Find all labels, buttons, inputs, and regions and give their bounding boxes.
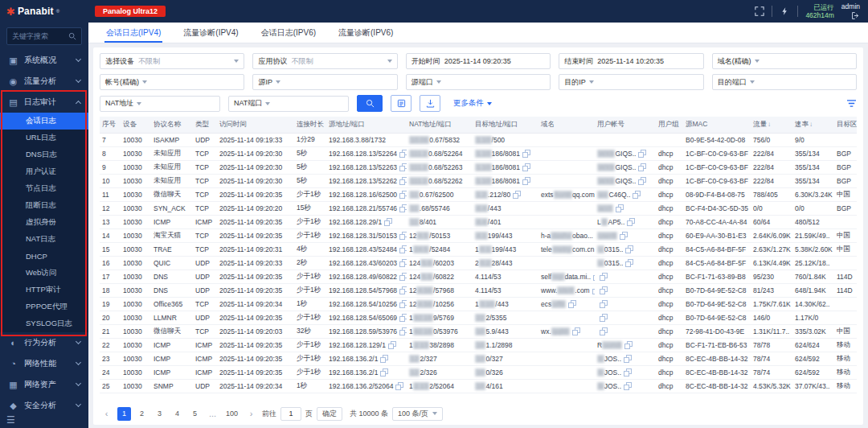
column-header-10[interactable]: 用户帐号 <box>595 117 656 133</box>
filter-field-0-3[interactable]: 结束时间2025-11-14 10:20:35 <box>559 53 703 69</box>
copy-icon[interactable] <box>638 177 645 184</box>
copy-icon[interactable] <box>399 314 407 321</box>
copy-icon[interactable] <box>399 150 407 157</box>
column-header-0[interactable]: 序号 <box>100 117 121 133</box>
copy-icon[interactable] <box>399 300 407 307</box>
collapse-menu-icon[interactable]: ☰ <box>6 414 15 426</box>
submenu-item-12[interactable]: SYSLOG日志 <box>0 315 88 332</box>
column-header-6[interactable]: 源地址/端口 <box>326 117 407 133</box>
filter-field-1-2[interactable]: 源端口 <box>406 74 551 90</box>
copy-icon[interactable] <box>399 327 407 335</box>
copy-icon[interactable] <box>399 163 407 171</box>
copy-icon[interactable] <box>625 259 633 266</box>
page-button-100[interactable]: 100 <box>223 407 240 421</box>
copy-icon[interactable] <box>568 300 575 307</box>
tab-2[interactable]: 会话日志(IPV6) <box>252 23 326 43</box>
copy-icon[interactable] <box>624 382 631 389</box>
copy-icon[interactable] <box>592 286 595 294</box>
submenu-item-1[interactable]: URL日志 <box>0 130 88 146</box>
column-header-1[interactable]: 设备 <box>121 117 151 133</box>
submenu-item-7[interactable]: NAT日志 <box>0 231 88 248</box>
page-button-5[interactable]: 5 <box>188 407 202 421</box>
column-header-4[interactable]: 访问时间 <box>217 117 294 133</box>
column-header-13[interactable]: 流量↓ <box>751 117 792 133</box>
sidebar-item-4[interactable]: ◔网络性能 <box>0 353 88 374</box>
submenu-item-4[interactable]: 节点日志 <box>0 180 88 197</box>
copy-icon[interactable] <box>388 341 395 348</box>
export-button[interactable] <box>391 95 411 112</box>
copy-icon[interactable] <box>522 177 530 184</box>
column-header-11[interactable]: 用户组 <box>656 117 683 133</box>
page-button-2[interactable]: 2 <box>135 407 149 421</box>
submenu-item-11[interactable]: PPPOE代理 <box>0 298 88 315</box>
copy-icon[interactable] <box>399 177 407 184</box>
per-page-select[interactable]: 100 条/页 <box>392 407 443 421</box>
filter-field-0-1[interactable]: 应用协议不限制 <box>252 53 397 69</box>
copy-icon[interactable] <box>600 286 607 294</box>
copy-icon[interactable] <box>624 368 631 376</box>
prev-page-button[interactable]: ‹ <box>100 407 113 421</box>
page-button-1[interactable]: 1 <box>117 407 131 421</box>
sidebar-item-6[interactable]: ◆安全分析 <box>0 395 88 416</box>
copy-icon[interactable] <box>399 191 407 198</box>
filter-field-1-0[interactable]: 帐号(精确) <box>100 74 244 90</box>
tab-3[interactable]: 流量诊断(IPV6) <box>329 23 403 43</box>
copy-icon[interactable] <box>600 314 607 321</box>
column-header-3[interactable]: 类型 <box>193 117 217 133</box>
filter-field-1-4[interactable]: 目的端口 <box>712 74 857 90</box>
copy-icon[interactable] <box>625 245 633 253</box>
filter-field-0-2[interactable]: 开始时间2025-11-14 09:20:35 <box>406 53 551 69</box>
copy-icon[interactable] <box>600 327 607 335</box>
column-header-14[interactable]: 速率↓ <box>792 117 834 133</box>
more-conditions-link[interactable]: 更多条件 <box>453 98 492 109</box>
copy-icon[interactable] <box>399 286 407 294</box>
filter-field-2-1[interactable]: NAT端口 <box>228 96 349 112</box>
column-header-15[interactable]: 目标区域 <box>834 117 857 133</box>
column-header-12[interactable]: 源MAC <box>683 117 751 133</box>
session-log-table-wrap[interactable]: 序号设备协议名称类型访问时间连接时长源地址/端口NAT地址/端口目标地址/端口域… <box>100 117 857 402</box>
column-header-5[interactable]: 连接时长 <box>294 117 326 133</box>
copy-icon[interactable] <box>633 191 640 198</box>
copy-icon[interactable] <box>627 218 634 225</box>
sidebar-item-5[interactable]: ▦网络资产 <box>0 374 88 395</box>
submenu-item-6[interactable]: 虚拟身份 <box>0 214 88 231</box>
page-button-3[interactable]: 3 <box>153 407 166 421</box>
copy-icon[interactable] <box>624 355 631 362</box>
submenu-item-2[interactable]: DNS日志 <box>0 146 88 163</box>
submenu-item-8[interactable]: DHCP <box>0 248 88 265</box>
column-header-7[interactable]: NAT地址/端口 <box>407 117 473 133</box>
copy-icon[interactable] <box>513 191 520 198</box>
sort-icon[interactable]: ↓ <box>768 121 771 128</box>
logout-icon[interactable] <box>851 11 860 20</box>
copy-icon[interactable] <box>522 163 530 171</box>
tab-1[interactable]: 流量诊断(IPV4) <box>174 23 248 43</box>
submenu-item-5[interactable]: 阻断日志 <box>0 197 88 214</box>
confirm-button[interactable]: 确定 <box>317 407 342 421</box>
copy-icon[interactable] <box>399 204 407 212</box>
copy-icon[interactable] <box>620 232 627 239</box>
copy-icon[interactable] <box>600 300 607 307</box>
page-button-4[interactable]: 4 <box>170 407 184 421</box>
copy-icon[interactable] <box>399 259 407 266</box>
filter-field-1-3[interactable]: 目的IP <box>559 74 703 90</box>
next-page-button[interactable]: › <box>244 407 258 421</box>
download-button[interactable] <box>420 95 440 112</box>
copy-icon[interactable] <box>624 341 632 348</box>
copy-icon[interactable] <box>522 150 530 157</box>
submenu-item-0[interactable]: 会话日志 <box>0 113 88 130</box>
copy-icon[interactable] <box>384 218 391 225</box>
copy-icon[interactable] <box>380 368 387 376</box>
filter-field-0-0[interactable]: 选择设备不限制 <box>100 53 244 69</box>
filter-field-1-1[interactable]: 源IP <box>252 74 397 90</box>
filter-field-2-0[interactable]: NAT地址 <box>100 96 220 112</box>
copy-icon[interactable] <box>593 273 595 280</box>
filter-field-0-4[interactable]: 域名(精确) <box>712 53 857 69</box>
copy-icon[interactable] <box>638 150 645 157</box>
sidebar-item-1[interactable]: ◉流量分析 <box>0 71 88 92</box>
goto-page-input[interactable] <box>280 407 301 421</box>
column-header-8[interactable]: 目标地址/端口 <box>473 117 538 133</box>
copy-icon[interactable] <box>572 327 579 335</box>
sidebar-item-3[interactable]: ◐行为分析 <box>0 332 88 353</box>
copy-icon[interactable] <box>638 163 645 171</box>
copy-icon[interactable] <box>380 355 387 362</box>
